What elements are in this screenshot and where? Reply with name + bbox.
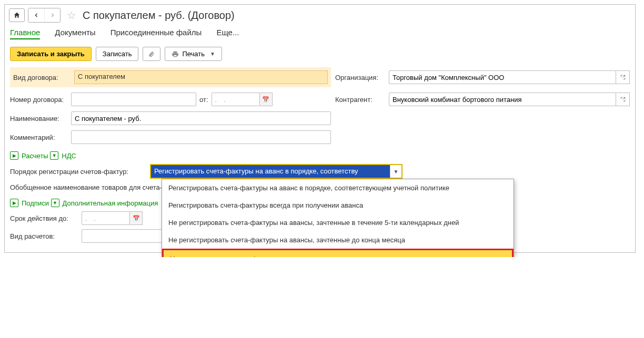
name-label: Наименование: [10,115,68,122]
dropdown-option[interactable]: Регистрировать счета-фактуры всегда при … [162,197,514,214]
tab-main[interactable]: Главное [10,28,40,39]
favorite-star-icon[interactable]: ☆ [64,9,79,22]
tab-attachments[interactable]: Присоединенные файлы [110,28,202,39]
section-signatures[interactable]: ▶ Подписи [10,199,49,207]
invoice-order-value: Регистрировать счета-фактуры на аванс в … [151,165,390,178]
tab-bar: Главное Документы Присоединенные файлы Е… [5,26,635,45]
counterparty-input[interactable] [389,93,616,106]
section-signatures-label: Подписи [22,199,49,207]
calendar-icon[interactable]: 📅 [130,211,143,225]
valid-until-label: Срок действия до: [10,214,77,222]
forward-button[interactable] [44,8,60,22]
page-title: С покупателем - руб. (Договор) [83,9,235,22]
contract-no-label: Номер договора: [10,96,68,104]
tab-documents[interactable]: Документы [55,28,95,39]
section-vat[interactable]: ▼ НДС [50,151,76,160]
nav-back-forward [28,8,61,23]
organization-input[interactable] [389,70,616,84]
home-button[interactable] [9,8,25,22]
counterparty-label: Контрагент: [335,96,386,104]
calendar-icon[interactable]: 📅 [260,93,273,106]
organization-open-button[interactable] [616,70,630,84]
save-and-close-button[interactable]: Записать и закрыть [10,47,92,61]
comment-input[interactable] [71,130,331,144]
invoice-order-select[interactable]: Регистрировать счета-фактуры на аванс в … [150,164,402,179]
chevron-right-icon: ▶ [10,199,18,207]
contract-date-input[interactable] [212,93,260,106]
invoice-order-label: Порядок регистрации счетов-фактур: [10,168,146,176]
chevron-down-icon: ▼ [50,151,58,160]
section-settlements-label: Расчеты [22,152,48,160]
attach-button[interactable] [143,47,160,61]
save-button[interactable]: Записать [96,47,139,61]
comment-label: Комментарий: [10,134,68,141]
name-input[interactable] [71,111,331,125]
counterparty-open-button[interactable] [616,93,630,106]
chevron-down-icon[interactable]: ▼ [390,165,401,178]
back-button[interactable] [28,8,44,22]
invoice-order-dropdown: Регистрировать счета-фактуры на аванс в … [162,179,514,257]
contract-type-value: С покупателем [74,70,328,84]
print-button[interactable]: Печать ▼ [165,47,222,61]
section-settlements[interactable]: ▶ Расчеты [10,151,48,160]
print-label: Печать [182,50,205,58]
contract-no-input[interactable] [71,93,196,106]
dropdown-option[interactable]: Регистрировать счета-фактуры на аванс в … [162,179,514,197]
organization-label: Организация: [335,74,386,81]
dropdown-option[interactable]: Не регистрировать счета-фактуры на аванс… [162,231,514,249]
section-vat-label: НДС [62,152,76,160]
contract-type-label: Вид договора: [13,74,71,81]
dropdown-option-highlighted[interactable]: Не регистрировать счета-фактуры на аванс… [162,249,514,257]
settlement-type-label: Вид расчетов: [10,232,77,240]
valid-until-input[interactable] [82,211,130,225]
tab-more[interactable]: Еще... [216,28,239,39]
section-additional[interactable]: ▼ Дополнительная информация [51,199,158,207]
aggregated-name-label: Обобщенное наименование товаров для счет… [10,183,146,192]
from-label: от: [199,96,208,104]
chevron-down-icon: ▼ [210,51,215,57]
dropdown-option[interactable]: Не регистрировать счета-фактуры на аванс… [162,214,514,231]
chevron-down-icon: ▼ [51,199,59,207]
chevron-right-icon: ▶ [10,151,18,160]
section-additional-label: Дополнительная информация [63,199,158,207]
